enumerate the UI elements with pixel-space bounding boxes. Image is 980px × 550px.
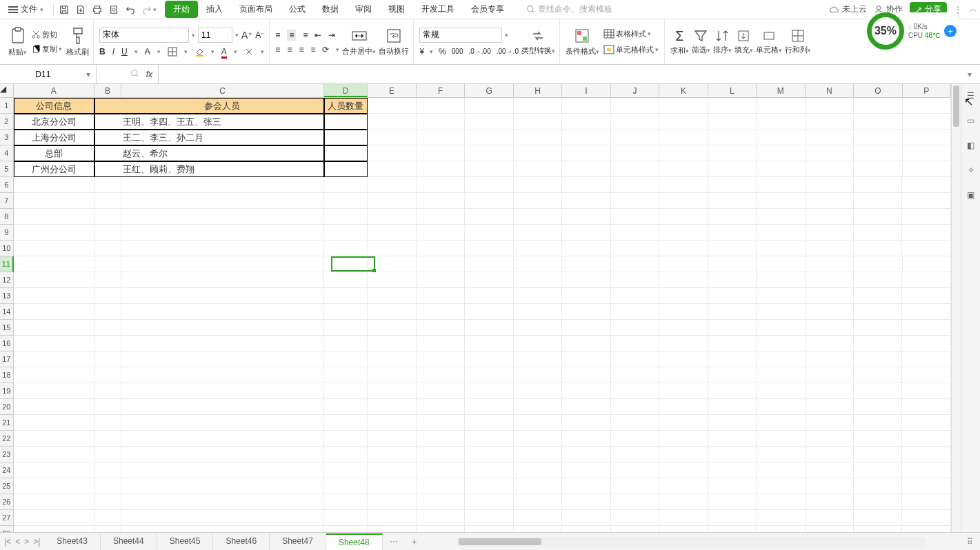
cell-L13[interactable] — [708, 288, 757, 304]
cell-button[interactable]: 单元格▾ — [756, 28, 782, 55]
cell-C7[interactable] — [121, 193, 323, 209]
bold-button[interactable]: B — [99, 47, 106, 57]
ribbon-tab-0[interactable]: 开始 — [165, 1, 198, 18]
cell-M14[interactable] — [757, 304, 805, 320]
cell-B17[interactable] — [94, 352, 121, 367]
row-header-4[interactable]: 4 — [0, 145, 14, 161]
sheet-tab-Sheet44[interactable]: Sheet44 — [101, 533, 157, 550]
cell-C23[interactable] — [121, 447, 323, 462]
col-header-J[interactable]: J — [611, 84, 659, 97]
strikethrough-button[interactable]: A — [145, 47, 150, 57]
cell-B10[interactable] — [94, 241, 121, 256]
cell-E10[interactable] — [368, 241, 416, 256]
cell-A14[interactable] — [14, 304, 94, 320]
cell-H1[interactable] — [514, 98, 562, 114]
ribbon-tab-8[interactable]: 会员专享 — [463, 1, 512, 18]
cell-L26[interactable] — [708, 494, 757, 510]
cell-M26[interactable] — [757, 494, 805, 510]
cell-M22[interactable] — [757, 431, 805, 447]
cell-L8[interactable] — [708, 209, 757, 225]
cell-B13[interactable] — [94, 288, 121, 304]
cell-O1[interactable] — [854, 98, 902, 114]
orientation-icon[interactable]: ⟳ — [322, 45, 329, 54]
cell-M11[interactable] — [757, 256, 805, 272]
cell-I26[interactable] — [562, 494, 610, 510]
cell-P1[interactable] — [903, 98, 951, 114]
cell-A6[interactable] — [14, 177, 94, 193]
cell-B19[interactable] — [94, 383, 121, 399]
cell-L25[interactable] — [708, 478, 757, 494]
cell-C20[interactable] — [121, 399, 323, 415]
cell-B25[interactable] — [94, 478, 121, 494]
cell-I19[interactable] — [562, 383, 610, 399]
cell-C14[interactable] — [121, 304, 323, 320]
chevron-down-icon[interactable]: ▾ — [235, 32, 239, 39]
cell-F10[interactable] — [417, 241, 465, 256]
cell-B3[interactable] — [94, 130, 121, 145]
cell-B28[interactable] — [94, 526, 121, 532]
cell-A17[interactable] — [14, 352, 94, 367]
cell-O23[interactable] — [854, 447, 902, 462]
cell-L12[interactable] — [708, 272, 757, 288]
cell-E1[interactable] — [368, 98, 416, 114]
cell-E28[interactable] — [368, 526, 416, 532]
cell-G18[interactable] — [465, 367, 513, 383]
cell-I1[interactable] — [562, 98, 610, 114]
cell-I3[interactable] — [562, 130, 610, 145]
cell-D8[interactable] — [324, 209, 368, 225]
underline-button[interactable]: U — [121, 47, 128, 57]
cell-G11[interactable] — [465, 256, 513, 272]
cell-C19[interactable] — [121, 383, 323, 399]
cell-I2[interactable] — [562, 114, 610, 130]
cell-E6[interactable] — [368, 177, 416, 193]
cell-J1[interactable] — [611, 98, 659, 114]
cell-B2[interactable] — [94, 114, 121, 130]
cell-B7[interactable] — [94, 193, 121, 209]
cell-A20[interactable] — [14, 399, 94, 415]
scrollbar-thumb[interactable] — [953, 85, 959, 127]
cell-L15[interactable] — [708, 320, 757, 336]
cell-O28[interactable] — [854, 526, 902, 532]
col-header-A[interactable]: A — [14, 84, 94, 97]
sheet-nav-prev-icon[interactable]: < — [15, 537, 20, 547]
cell-H21[interactable] — [514, 415, 562, 431]
col-header-C[interactable]: C — [121, 84, 324, 97]
cell-K6[interactable] — [659, 177, 708, 193]
font-size-combo[interactable] — [198, 28, 232, 43]
cell-E23[interactable] — [368, 447, 416, 462]
cell-J12[interactable] — [611, 272, 659, 288]
ribbon-tab-7[interactable]: 开发工具 — [413, 1, 463, 18]
cell-M25[interactable] — [757, 478, 805, 494]
cell-E21[interactable] — [368, 415, 416, 431]
cell-M6[interactable] — [757, 177, 805, 193]
cell-A11[interactable] — [14, 256, 94, 272]
cell-M10[interactable] — [757, 241, 805, 256]
cell-H13[interactable] — [514, 288, 562, 304]
row-header-7[interactable]: 7 — [0, 193, 14, 209]
sidepanel-analysis-icon[interactable]: ◧ — [965, 139, 977, 152]
cell-K22[interactable] — [659, 431, 708, 447]
cell-C26[interactable] — [121, 494, 323, 510]
filter-button[interactable]: 筛选▾ — [692, 28, 710, 55]
cell-L21[interactable] — [708, 415, 757, 431]
cell-G24[interactable] — [465, 462, 513, 478]
cell-I8[interactable] — [562, 209, 610, 225]
cell-B11[interactable] — [94, 256, 121, 272]
cell-N17[interactable] — [806, 352, 854, 367]
cell-P12[interactable] — [902, 272, 950, 288]
sheet-more-icon[interactable]: ⋯ — [383, 537, 405, 547]
row-header-2[interactable]: 2 — [0, 114, 14, 130]
cell-I12[interactable] — [562, 272, 610, 288]
cell-L22[interactable] — [708, 431, 757, 447]
cell-K14[interactable] — [659, 304, 708, 320]
cell-G14[interactable] — [465, 304, 513, 320]
cell-O3[interactable] — [854, 130, 902, 145]
cell-F21[interactable] — [417, 415, 465, 431]
cell-F15[interactable] — [417, 320, 465, 336]
cell-H10[interactable] — [514, 241, 562, 256]
cell-N23[interactable] — [806, 447, 854, 462]
cell-N27[interactable] — [806, 510, 854, 526]
cell-C15[interactable] — [121, 320, 323, 336]
cell-M15[interactable] — [757, 320, 805, 336]
align-left-icon[interactable]: ≡ — [275, 45, 280, 54]
